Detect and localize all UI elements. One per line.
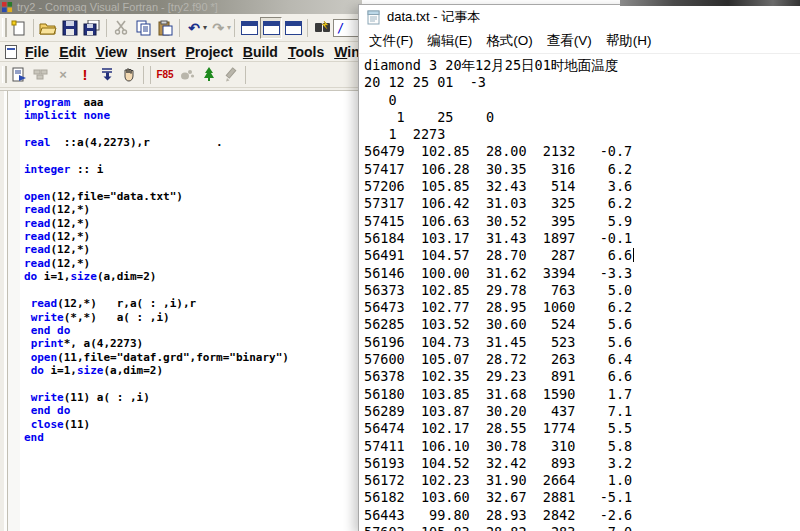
f85-button[interactable]: F85	[154, 64, 176, 86]
screen: try2 - Compaq Visual Fortran - [try2.f90…	[0, 0, 800, 531]
notepad-text-line: 56146 100.00 31.62 3394 -3.3	[364, 265, 800, 282]
code-line: real ::a(4,2273),r .	[24, 136, 362, 149]
notepad-menu-item-4[interactable]: 帮助(H)	[599, 32, 659, 50]
background-window-edge	[620, 0, 800, 6]
stop-build-icon: ×	[59, 67, 67, 82]
build-button[interactable]	[30, 64, 52, 86]
pause-hand-button[interactable]	[118, 64, 140, 86]
toolbar-gripper[interactable]	[2, 18, 7, 37]
menu-item-edit[interactable]: Edit	[54, 44, 90, 60]
menu-item-file[interactable]: File	[20, 44, 54, 60]
code-line: integer :: i	[24, 163, 362, 176]
notepad-menu-item-0[interactable]: 文件(F)	[362, 32, 420, 50]
menu-item-build[interactable]: Build	[238, 44, 283, 60]
notepad-title-bar[interactable]: data.txt - 记事本	[359, 5, 800, 29]
undo-button[interactable]: ↶	[183, 17, 205, 39]
code-line	[24, 123, 362, 136]
menu-item-tools[interactable]: Tools	[283, 44, 329, 60]
notepad-text-line: 56180 103.85 31.68 1590 1.7	[364, 386, 800, 403]
green-tree-icon	[203, 67, 215, 82]
toolbar-gripper[interactable]	[2, 66, 7, 83]
paste-clipboard-icon	[158, 20, 173, 36]
notepad-text-line: 56172 102.23 31.90 2664 1.0	[364, 472, 800, 489]
window-cascade-icon	[241, 21, 258, 35]
notepad-text-line: 1 25 0	[364, 109, 800, 126]
notepad-text-line: 57411 106.10 30.78 310 5.8	[364, 438, 800, 455]
ide-title-bar[interactable]: try2 - Compaq Visual Fortran - [try2.f90…	[0, 0, 362, 14]
new-document-icon	[11, 20, 27, 36]
notepad-icon	[366, 10, 381, 25]
new-file-button[interactable]	[8, 17, 30, 39]
stop-build-button[interactable]: ×	[52, 64, 74, 86]
output-window-button[interactable]	[260, 17, 282, 39]
window-tile-icon	[285, 21, 302, 35]
find-in-files-icon	[314, 20, 331, 35]
code-line: end	[24, 431, 362, 444]
code-line	[24, 378, 362, 391]
fortran-ide-window: try2 - Compaq Visual Fortran - [try2.f90…	[0, 0, 362, 531]
code-line: read(12,*)	[24, 243, 362, 256]
code-editor[interactable]: program aaaimplicit none real ::a(4,2273…	[0, 90, 362, 531]
pencil-icon	[224, 67, 239, 82]
code-line: do i=1,size(a,dim=2)	[24, 270, 362, 283]
code-line	[24, 176, 362, 189]
cut-button[interactable]	[110, 17, 132, 39]
code-line: print*, a(4,2273)	[24, 337, 362, 350]
save-button[interactable]	[59, 17, 81, 39]
code-line: read(12,*)	[24, 257, 362, 270]
edit-pencil-button[interactable]	[220, 64, 242, 86]
notepad-text-line: 56378 102.35 29.23 891 6.6	[364, 368, 800, 385]
toolbar-separator	[179, 19, 180, 37]
menu-item-view[interactable]: View	[91, 44, 133, 60]
notepad-window: data.txt - 记事本 文件(F)编辑(E)格式(O)查看(V)帮助(H)…	[358, 4, 800, 531]
go-button[interactable]	[96, 64, 118, 86]
notepad-menu-bar: 文件(F)编辑(E)格式(O)查看(V)帮助(H)	[359, 29, 800, 54]
browse-button[interactable]	[176, 64, 198, 86]
build-icon	[33, 68, 49, 82]
toolbar-separator	[245, 66, 246, 84]
undo-icon: ↶	[188, 21, 200, 35]
ide-menu-bar-items: FileEditViewInsertProjectBuildToolsWindo…	[20, 44, 362, 60]
tree-button[interactable]	[198, 64, 220, 86]
notepad-text-line: 56491 104.57 28.70 287 6.6	[364, 247, 800, 264]
redo-button[interactable]: ↷	[207, 17, 229, 39]
find-in-files-button[interactable]	[311, 17, 333, 39]
redo-icon: ↷	[212, 21, 224, 35]
notepad-text-line: 56474 102.17 28.55 1774 5.5	[364, 420, 800, 437]
editor-gutter	[8, 91, 20, 531]
notepad-text-line: 56479 102.85 28.00 2132 -0.7	[364, 143, 800, 160]
scissors-icon	[114, 20, 128, 35]
execute-program-button[interactable]: !	[74, 64, 96, 86]
compile-button[interactable]	[8, 64, 30, 86]
redo-dropdown-arrow[interactable]: ▾	[227, 23, 231, 32]
notepad-text-line: 56285 103.52 30.60 524 5.6	[364, 316, 800, 333]
notepad-text-line: 56473 102.77 28.95 1060 6.2	[364, 299, 800, 316]
code-line: read(12,*)	[24, 203, 362, 216]
ide-window-title: try2 - Compaq Visual Fortran - [try2.f90…	[17, 1, 218, 14]
notepad-text-line: 1 2273	[364, 126, 800, 143]
copy-button[interactable]	[132, 17, 154, 39]
notepad-text-area[interactable]: diamond 3 20年12月25日01时地面温度20 12 25 01 -3…	[359, 54, 800, 531]
notepad-menu-item-1[interactable]: 编辑(E)	[420, 32, 479, 50]
code-area[interactable]: program aaaimplicit none real ::a(4,2273…	[24, 96, 362, 531]
code-line: implicit none	[24, 109, 362, 122]
go-arrow-icon	[100, 67, 115, 82]
notepad-menu-item-3[interactable]: 查看(V)	[540, 32, 599, 50]
hand-icon	[122, 67, 136, 82]
workspace-window-button[interactable]	[238, 17, 260, 39]
notepad-menu-item-2[interactable]: 格式(O)	[479, 32, 540, 50]
arrange-windows-button[interactable]	[282, 17, 304, 39]
copy-icon	[136, 20, 151, 36]
code-line	[24, 150, 362, 163]
paste-button[interactable]	[154, 17, 176, 39]
save-all-button[interactable]	[81, 17, 103, 39]
open-file-button[interactable]	[37, 17, 59, 39]
notepad-text-line: 56373 102.85 29.78 763 5.0	[364, 282, 800, 299]
code-line: open(12,file="data.txt")	[24, 190, 362, 203]
code-line: write(*,*) a( : ,i)	[24, 311, 362, 324]
menu-item-project[interactable]: Project	[180, 44, 237, 60]
notepad-text-line: 20 12 25 01 -3	[364, 74, 800, 91]
notepad-text-line: diamond 3 20年12月25日01时地面温度	[364, 57, 800, 74]
menu-item-insert[interactable]: Insert	[132, 44, 180, 60]
document-window-icon[interactable]	[5, 45, 17, 59]
